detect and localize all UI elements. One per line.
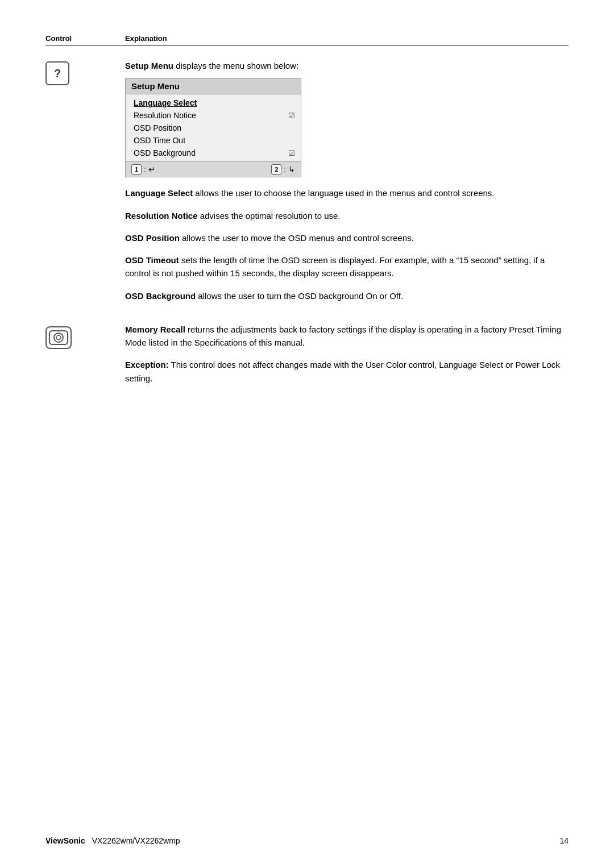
para-exception: Exception: This control does not affect … <box>125 358 569 385</box>
para-osd-timeout-bold: OSD Timeout <box>125 255 179 265</box>
header-row: Control Explanation <box>45 34 569 45</box>
setup-menu-box: Setup Menu Language Select Resolution No… <box>125 78 301 177</box>
para-osd-timeout: OSD Timeout sets the length of time the … <box>125 254 569 280</box>
footer-page-number: 14 <box>559 836 569 845</box>
question-icon: ? <box>45 61 69 85</box>
setup-menu-intro: Setup Menu displays the menu shown below… <box>125 59 569 72</box>
menu-item-osd-timeout-label: OSD Time Out <box>134 136 185 145</box>
footer-btn1-num: 1 <box>131 164 142 175</box>
menu-item-osd-timeout[interactable]: OSD Time Out <box>126 134 301 147</box>
setup-menu-footer: 1 : ↵ 2 : ↳ <box>126 161 301 177</box>
para-language-select: Language Select allows the user to choos… <box>125 186 569 200</box>
para-osd-position-bold: OSD Position <box>125 233 180 243</box>
svg-point-2 <box>56 335 61 340</box>
footer-model: VX2262wm/VX2262wmp <box>88 836 180 845</box>
menu-item-language[interactable]: Language Select <box>126 97 301 109</box>
para-exception-bold: Exception: <box>125 360 169 369</box>
menu-item-osd-background[interactable]: OSD Background ☑ <box>126 147 301 159</box>
para-memory-recall-bold: Memory Recall <box>125 325 185 334</box>
para-osd-background: OSD Background allows the user to turn t… <box>125 289 569 302</box>
menu-item-osd-position-label: OSD Position <box>134 123 181 132</box>
setup-menu-intro-normal: displays the menu shown below: <box>173 61 298 70</box>
para-resolution-notice: Resolution Notice advises the optimal re… <box>125 209 569 222</box>
menu-item-resolution-check: ☑ <box>288 111 295 120</box>
menu-item-language-label: Language Select <box>134 98 197 107</box>
setup-menu-title: Setup Menu <box>126 78 301 94</box>
footer-btn-1: 1 : ↵ <box>131 164 155 175</box>
para-resolution-bold: Resolution Notice <box>125 211 198 221</box>
footer-btn-2: 2 : ↳ <box>271 164 295 175</box>
para-language-bold: Language Select <box>125 188 193 198</box>
memory-recall-row: Memory Recall returns the adjustments ba… <box>45 323 569 394</box>
header-explanation-label: Explanation <box>125 34 167 43</box>
menu-item-resolution-label: Resolution Notice <box>134 111 196 120</box>
setup-menu-intro-bold: Setup Menu <box>125 61 173 70</box>
memory-recall-explanation: Memory Recall returns the adjustments ba… <box>125 323 569 394</box>
memory-recall-icon <box>45 326 72 349</box>
icon-col-memory <box>45 323 125 394</box>
footer-btn2-num: 2 <box>271 164 281 175</box>
footer-btn1-icon: : ↵ <box>144 165 155 174</box>
para-memory-recall: Memory Recall returns the adjustments ba… <box>125 323 569 350</box>
page-container: Control Explanation ? Setup Menu display… <box>0 0 614 868</box>
page-footer: ViewSonic VX2262wm/VX2262wmp 14 <box>45 836 569 845</box>
menu-item-osd-background-check: ☑ <box>288 149 295 157</box>
footer-btn2-icon: : ↳ <box>284 165 295 174</box>
footer-brand: ViewSonic <box>45 836 85 845</box>
footer-brand-model: ViewSonic VX2262wm/VX2262wmp <box>45 836 180 845</box>
menu-item-osd-background-label: OSD Background <box>134 148 196 157</box>
header-control-label: Control <box>45 34 125 43</box>
setup-menu-explanation: Setup Menu displays the menu shown below… <box>125 59 569 312</box>
para-osd-background-bold: OSD Background <box>125 291 196 301</box>
svg-point-1 <box>54 333 63 342</box>
setup-menu-items: Language Select Resolution Notice ☑ OSD … <box>126 94 301 161</box>
setup-menu-row: ? Setup Menu displays the menu shown bel… <box>45 59 569 312</box>
menu-item-osd-position[interactable]: OSD Position <box>126 122 301 134</box>
icon-col-question: ? <box>45 59 125 312</box>
para-osd-position: OSD Position allows the user to move the… <box>125 231 569 244</box>
memory-icon-svg <box>48 329 69 347</box>
menu-item-resolution[interactable]: Resolution Notice ☑ <box>126 109 301 122</box>
